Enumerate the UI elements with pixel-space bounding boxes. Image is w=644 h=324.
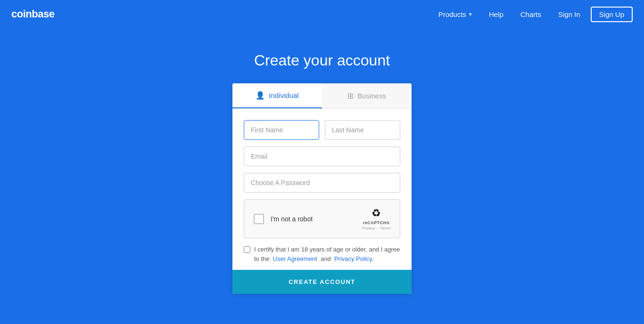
navigation: Products ▾ Help Charts Sign In Sign Up [432, 7, 633, 22]
recaptcha-terms-link[interactable]: Terms [380, 226, 390, 230]
privacy-policy-link[interactable]: Privacy Policy [334, 255, 372, 262]
certification-text: I certify that I am 18 years of age or o… [254, 245, 400, 263]
account-type-tabs: 👤 Individual ⊞ Business [232, 83, 412, 109]
email-row [244, 146, 400, 166]
email-input[interactable] [244, 146, 400, 166]
charts-nav-button[interactable]: Charts [514, 7, 548, 22]
recaptcha-right: ♻ reCAPTCHA Privacy - Terms [363, 207, 390, 230]
individual-icon: 👤 [256, 91, 265, 100]
recaptcha-left: I'm not a robot [254, 214, 313, 224]
last-name-input[interactable] [325, 120, 400, 140]
recaptcha-checkbox[interactable] [254, 214, 264, 224]
recaptcha-label: I'm not a robot [271, 215, 313, 223]
recaptcha-links: Privacy - Terms [363, 226, 390, 230]
signin-nav-button[interactable]: Sign In [552, 7, 587, 22]
signup-nav-button[interactable]: Sign Up [591, 7, 633, 22]
signup-form-card: 👤 Individual ⊞ Business [232, 83, 412, 294]
recaptcha-widget[interactable]: I'm not a robot ♻ reCAPTCHA Privacy - Te… [244, 199, 400, 238]
page-title: Create your account [254, 52, 390, 69]
charts-label: Charts [520, 10, 541, 18]
logo[interactable]: coinbase [11, 8, 54, 20]
business-icon: ⊞ [347, 91, 354, 100]
name-row [244, 120, 400, 140]
signin-label: Sign In [558, 10, 580, 18]
password-input[interactable] [244, 173, 400, 193]
tab-business[interactable]: ⊞ Business [322, 83, 412, 108]
recaptcha-logo-icon: ♻ [372, 207, 381, 219]
products-label: Products [438, 10, 466, 18]
products-dropdown-arrow: ▾ [469, 11, 472, 17]
create-account-button[interactable]: CREATE ACCOUNT [232, 270, 412, 294]
tab-business-label: Business [357, 92, 386, 100]
recaptcha-privacy-link[interactable]: Privacy [363, 226, 375, 230]
password-row [244, 173, 400, 193]
tab-individual[interactable]: 👤 Individual [232, 83, 322, 108]
header: coinbase Products ▾ Help Charts Sign In … [0, 0, 644, 28]
recaptcha-brand: reCAPTCHA [363, 220, 390, 225]
recaptcha-row: I'm not a robot ♻ reCAPTCHA Privacy - Te… [244, 199, 400, 238]
help-label: Help [489, 10, 504, 18]
certification-row: I certify that I am 18 years of age or o… [244, 245, 400, 270]
products-nav-button[interactable]: Products ▾ [432, 7, 479, 22]
tab-individual-label: Individual [269, 91, 298, 99]
main-content: Create your account 👤 Individual ⊞ Busin… [0, 28, 644, 324]
user-agreement-link[interactable]: User Agreement [273, 255, 317, 262]
first-name-input[interactable] [244, 120, 319, 140]
certification-checkbox[interactable] [244, 246, 250, 253]
help-nav-button[interactable]: Help [482, 7, 510, 22]
form-body: I'm not a robot ♻ reCAPTCHA Privacy - Te… [232, 109, 412, 294]
